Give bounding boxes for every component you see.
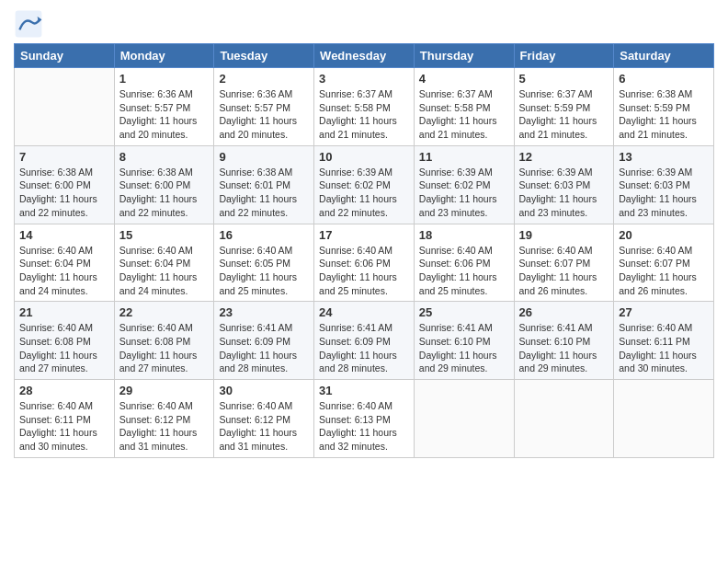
day-number: 5 bbox=[519, 72, 609, 86]
day-number: 3 bbox=[319, 72, 409, 86]
calendar-cell: 20Sunrise: 6:40 AM Sunset: 6:07 PM Dayli… bbox=[614, 224, 714, 302]
day-info: Sunrise: 6:36 AM Sunset: 5:57 PM Dayligh… bbox=[119, 87, 210, 142]
calendar-cell: 3Sunrise: 6:37 AM Sunset: 5:58 PM Daylig… bbox=[314, 68, 415, 146]
day-number: 13 bbox=[619, 150, 709, 164]
day-info: Sunrise: 6:40 AM Sunset: 6:05 PM Dayligh… bbox=[219, 244, 309, 298]
day-number: 31 bbox=[319, 384, 409, 397]
calendar-weekday-tuesday: Tuesday bbox=[214, 44, 314, 68]
calendar-header-row: SundayMondayTuesdayWednesdayThursdayFrid… bbox=[15, 44, 714, 68]
calendar-cell bbox=[514, 380, 614, 458]
day-info: Sunrise: 6:38 AM Sunset: 5:59 PM Dayligh… bbox=[619, 87, 709, 142]
calendar-week-row: 28Sunrise: 6:40 AM Sunset: 6:11 PM Dayli… bbox=[15, 380, 714, 458]
calendar-cell: 19Sunrise: 6:40 AM Sunset: 6:07 PM Dayli… bbox=[514, 224, 614, 302]
calendar-weekday-saturday: Saturday bbox=[614, 44, 714, 68]
calendar-cell: 8Sunrise: 6:38 AM Sunset: 6:00 PM Daylig… bbox=[114, 145, 214, 224]
calendar-weekday-thursday: Thursday bbox=[414, 44, 514, 68]
day-info: Sunrise: 6:38 AM Sunset: 6:01 PM Dayligh… bbox=[219, 166, 309, 220]
calendar-cell: 12Sunrise: 6:39 AM Sunset: 6:03 PM Dayli… bbox=[514, 145, 614, 224]
calendar-cell: 31Sunrise: 6:40 AM Sunset: 6:13 PM Dayli… bbox=[314, 380, 415, 458]
day-info: Sunrise: 6:41 AM Sunset: 6:10 PM Dayligh… bbox=[519, 321, 609, 375]
calendar-week-row: 14Sunrise: 6:40 AM Sunset: 6:04 PM Dayli… bbox=[15, 224, 714, 302]
day-number: 18 bbox=[419, 228, 509, 242]
day-info: Sunrise: 6:39 AM Sunset: 6:02 PM Dayligh… bbox=[419, 166, 509, 220]
logo bbox=[14, 9, 47, 39]
day-number: 22 bbox=[119, 305, 210, 319]
calendar-cell: 6Sunrise: 6:38 AM Sunset: 5:59 PM Daylig… bbox=[614, 68, 714, 146]
calendar-weekday-friday: Friday bbox=[514, 44, 614, 68]
day-number: 24 bbox=[319, 305, 409, 319]
day-info: Sunrise: 6:40 AM Sunset: 6:07 PM Dayligh… bbox=[519, 244, 609, 298]
logo-icon bbox=[14, 9, 43, 39]
calendar-week-row: 1Sunrise: 6:36 AM Sunset: 5:57 PM Daylig… bbox=[15, 68, 714, 146]
calendar-weekday-wednesday: Wednesday bbox=[314, 44, 415, 68]
day-info: Sunrise: 6:39 AM Sunset: 6:03 PM Dayligh… bbox=[519, 166, 609, 220]
day-info: Sunrise: 6:41 AM Sunset: 6:09 PM Dayligh… bbox=[319, 321, 409, 375]
day-info: Sunrise: 6:37 AM Sunset: 5:58 PM Dayligh… bbox=[419, 87, 509, 142]
day-number: 20 bbox=[619, 228, 709, 242]
calendar-cell: 9Sunrise: 6:38 AM Sunset: 6:01 PM Daylig… bbox=[214, 145, 314, 224]
day-info: Sunrise: 6:40 AM Sunset: 6:12 PM Dayligh… bbox=[119, 399, 210, 454]
day-number: 6 bbox=[619, 72, 709, 86]
day-number: 10 bbox=[319, 150, 409, 164]
calendar-cell: 21Sunrise: 6:40 AM Sunset: 6:08 PM Dayli… bbox=[15, 302, 115, 380]
calendar-weekday-sunday: Sunday bbox=[15, 44, 115, 68]
calendar-cell: 7Sunrise: 6:38 AM Sunset: 6:00 PM Daylig… bbox=[15, 145, 115, 224]
day-info: Sunrise: 6:37 AM Sunset: 5:59 PM Dayligh… bbox=[519, 87, 609, 142]
day-info: Sunrise: 6:40 AM Sunset: 6:04 PM Dayligh… bbox=[119, 244, 210, 298]
day-number: 11 bbox=[419, 150, 509, 164]
calendar-cell: 28Sunrise: 6:40 AM Sunset: 6:11 PM Dayli… bbox=[15, 380, 115, 458]
calendar-week-row: 7Sunrise: 6:38 AM Sunset: 6:00 PM Daylig… bbox=[15, 145, 714, 224]
day-number: 8 bbox=[119, 150, 210, 164]
calendar-cell: 4Sunrise: 6:37 AM Sunset: 5:58 PM Daylig… bbox=[414, 68, 514, 146]
day-info: Sunrise: 6:39 AM Sunset: 6:02 PM Dayligh… bbox=[319, 166, 409, 220]
day-info: Sunrise: 6:39 AM Sunset: 6:03 PM Dayligh… bbox=[619, 166, 709, 220]
calendar-cell: 11Sunrise: 6:39 AM Sunset: 6:02 PM Dayli… bbox=[414, 145, 514, 224]
day-number: 17 bbox=[319, 228, 409, 242]
day-number: 15 bbox=[119, 228, 210, 242]
calendar-cell: 29Sunrise: 6:40 AM Sunset: 6:12 PM Dayli… bbox=[114, 380, 214, 458]
day-info: Sunrise: 6:38 AM Sunset: 6:00 PM Dayligh… bbox=[19, 166, 109, 220]
day-info: Sunrise: 6:38 AM Sunset: 6:00 PM Dayligh… bbox=[119, 166, 210, 220]
day-info: Sunrise: 6:41 AM Sunset: 6:10 PM Dayligh… bbox=[419, 321, 509, 375]
day-number: 9 bbox=[219, 150, 309, 164]
calendar-cell: 16Sunrise: 6:40 AM Sunset: 6:05 PM Dayli… bbox=[214, 224, 314, 302]
calendar-cell: 14Sunrise: 6:40 AM Sunset: 6:04 PM Dayli… bbox=[15, 224, 115, 302]
day-number: 12 bbox=[519, 150, 609, 164]
calendar-cell: 25Sunrise: 6:41 AM Sunset: 6:10 PM Dayli… bbox=[414, 302, 514, 380]
day-info: Sunrise: 6:40 AM Sunset: 6:11 PM Dayligh… bbox=[19, 399, 109, 454]
calendar-cell bbox=[414, 380, 514, 458]
day-number: 2 bbox=[219, 72, 309, 86]
day-info: Sunrise: 6:40 AM Sunset: 6:06 PM Dayligh… bbox=[419, 244, 509, 298]
day-number: 30 bbox=[219, 384, 309, 397]
calendar-cell: 13Sunrise: 6:39 AM Sunset: 6:03 PM Dayli… bbox=[614, 145, 714, 224]
calendar-cell: 26Sunrise: 6:41 AM Sunset: 6:10 PM Dayli… bbox=[514, 302, 614, 380]
day-info: Sunrise: 6:40 AM Sunset: 6:08 PM Dayligh… bbox=[19, 321, 109, 375]
calendar-cell: 15Sunrise: 6:40 AM Sunset: 6:04 PM Dayli… bbox=[114, 224, 214, 302]
calendar-cell: 1Sunrise: 6:36 AM Sunset: 5:57 PM Daylig… bbox=[114, 68, 214, 146]
header bbox=[14, 9, 714, 39]
calendar-cell bbox=[15, 68, 115, 146]
day-info: Sunrise: 6:40 AM Sunset: 6:11 PM Dayligh… bbox=[619, 321, 709, 375]
calendar-weekday-monday: Monday bbox=[114, 44, 214, 68]
day-number: 28 bbox=[19, 384, 109, 397]
calendar-cell: 17Sunrise: 6:40 AM Sunset: 6:06 PM Dayli… bbox=[314, 224, 415, 302]
day-number: 7 bbox=[19, 150, 109, 164]
day-info: Sunrise: 6:40 AM Sunset: 6:08 PM Dayligh… bbox=[119, 321, 210, 375]
calendar-week-row: 21Sunrise: 6:40 AM Sunset: 6:08 PM Dayli… bbox=[15, 302, 714, 380]
day-number: 4 bbox=[419, 72, 509, 86]
calendar-cell: 30Sunrise: 6:40 AM Sunset: 6:12 PM Dayli… bbox=[214, 380, 314, 458]
calendar-cell: 18Sunrise: 6:40 AM Sunset: 6:06 PM Dayli… bbox=[414, 224, 514, 302]
day-number: 19 bbox=[519, 228, 609, 242]
day-info: Sunrise: 6:40 AM Sunset: 6:13 PM Dayligh… bbox=[319, 399, 409, 454]
day-info: Sunrise: 6:37 AM Sunset: 5:58 PM Dayligh… bbox=[319, 87, 409, 142]
day-number: 16 bbox=[219, 228, 309, 242]
calendar-cell: 5Sunrise: 6:37 AM Sunset: 5:59 PM Daylig… bbox=[514, 68, 614, 146]
day-number: 21 bbox=[19, 305, 109, 319]
calendar-cell: 23Sunrise: 6:41 AM Sunset: 6:09 PM Dayli… bbox=[214, 302, 314, 380]
day-number: 27 bbox=[619, 305, 709, 319]
calendar-table: SundayMondayTuesdayWednesdayThursdayFrid… bbox=[14, 43, 714, 458]
day-number: 25 bbox=[419, 305, 509, 319]
day-number: 29 bbox=[119, 384, 210, 397]
day-info: Sunrise: 6:40 AM Sunset: 6:12 PM Dayligh… bbox=[219, 399, 309, 454]
calendar-cell: 10Sunrise: 6:39 AM Sunset: 6:02 PM Dayli… bbox=[314, 145, 415, 224]
